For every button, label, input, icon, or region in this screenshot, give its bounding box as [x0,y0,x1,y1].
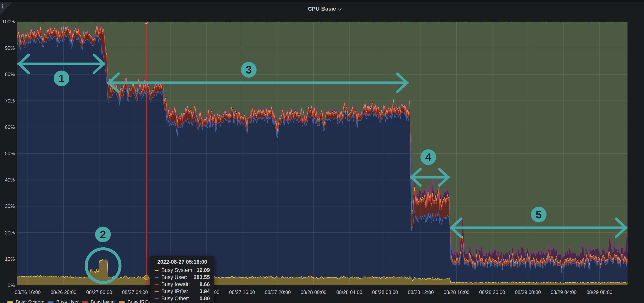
svg-text:2: 2 [100,228,106,240]
svg-text:1: 1 [58,72,64,84]
svg-text:5: 5 [536,208,542,221]
svg-text:4: 4 [425,151,431,163]
svg-text:3: 3 [246,64,252,76]
